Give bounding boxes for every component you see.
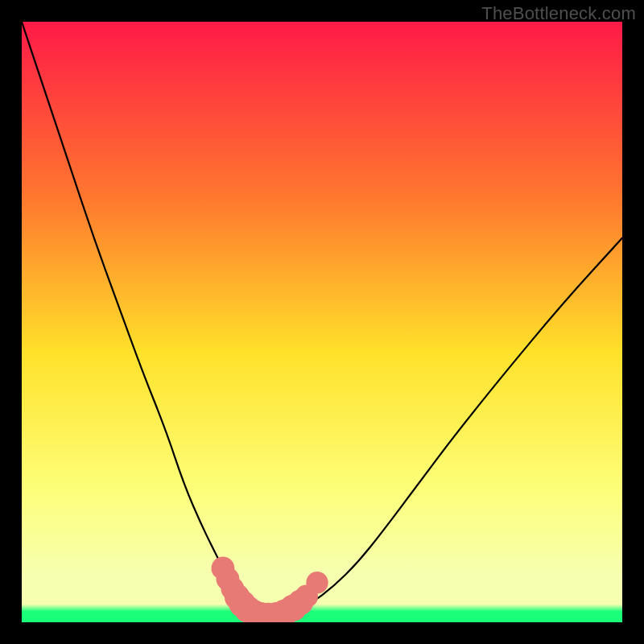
- watermark-text: TheBottleneck.com: [481, 3, 636, 24]
- gradient-background: [22, 22, 622, 622]
- data-marker: [306, 572, 328, 593]
- plot-area: [22, 22, 622, 622]
- bottleneck-chart: [22, 22, 622, 622]
- chart-frame: TheBottleneck.com: [0, 0, 644, 644]
